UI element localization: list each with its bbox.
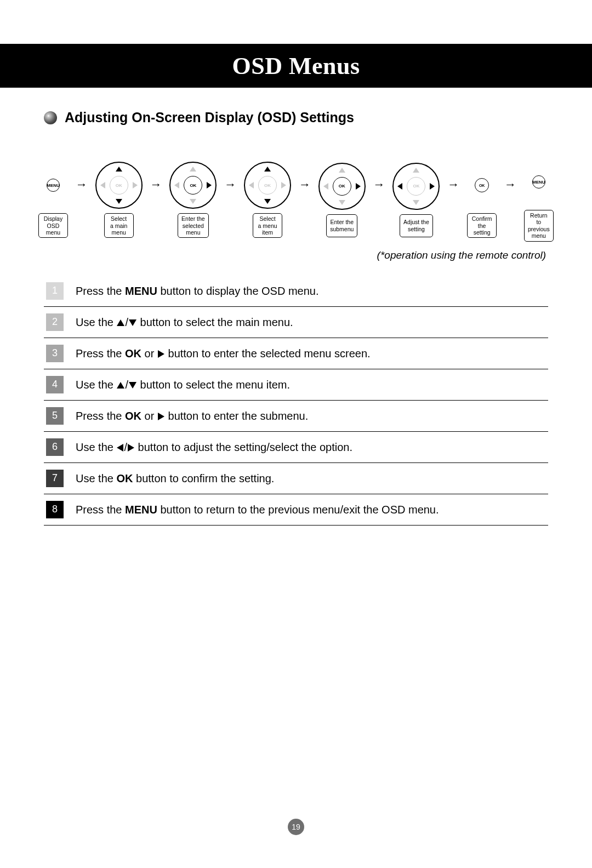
dpad-right-icon bbox=[356, 183, 361, 190]
dpad-left-icon bbox=[323, 183, 328, 190]
title-banner: OSD Menus bbox=[0, 44, 592, 88]
section-bullet-icon bbox=[44, 111, 57, 124]
flow-caption: Select a menu item bbox=[253, 213, 282, 238]
dpad-icon: OK bbox=[392, 163, 440, 210]
step-number: 2 bbox=[46, 313, 64, 331]
dpad-down-icon bbox=[413, 200, 419, 205]
step-text: Press the MENU button to return to the p… bbox=[76, 502, 439, 517]
dpad-up-icon bbox=[413, 168, 419, 173]
step-row: 8Press the MENU button to return to the … bbox=[44, 494, 548, 526]
dpad-icon: OK bbox=[95, 162, 143, 209]
step-text: Press the OK or button to enter the subm… bbox=[76, 409, 308, 423]
step-row: 7Use the OK button to confirm the settin… bbox=[44, 463, 548, 494]
flow-step: OKAdjust the setting bbox=[392, 163, 440, 237]
dpad-down-icon bbox=[190, 199, 196, 204]
step-text: Use the / button to select the main menu… bbox=[76, 315, 293, 329]
flow-arrow-icon: → bbox=[149, 179, 163, 191]
dpad-icon: OK bbox=[318, 163, 366, 210]
dpad-up-icon bbox=[264, 167, 271, 172]
section-heading: Adjusting On-Screen Display (OSD) Settin… bbox=[44, 110, 548, 125]
dpad-down-icon bbox=[339, 200, 345, 205]
dpad-up-icon bbox=[190, 167, 196, 172]
flow-arrow-icon: → bbox=[298, 179, 312, 191]
step-number: 6 bbox=[46, 438, 64, 456]
step-text: Use the / button to adjust the setting/s… bbox=[76, 440, 352, 454]
step-row: 2Use the / button to select the main men… bbox=[44, 307, 548, 338]
dpad-right-icon bbox=[281, 182, 286, 189]
flow-caption: Adjust the setting bbox=[400, 214, 433, 237]
page-title: OSD Menus bbox=[232, 52, 360, 80]
dpad-icon: OK bbox=[169, 162, 217, 209]
step-row: 6Use the / button to adjust the setting/… bbox=[44, 432, 548, 463]
step-number: 7 bbox=[46, 470, 64, 487]
step-row: 5Press the OK or button to enter the sub… bbox=[44, 401, 548, 432]
step-row: 1Press the MENU button to display the OS… bbox=[44, 276, 548, 307]
step-text: Press the OK or button to enter the sele… bbox=[76, 346, 371, 361]
menu-button-icon: MENU bbox=[532, 175, 545, 189]
dpad-left-icon bbox=[249, 182, 254, 189]
flow-diagram: MENUDisplay OSD menu→OKSelect a main men… bbox=[38, 158, 554, 242]
dpad-right-icon bbox=[207, 182, 212, 189]
flow-step: OKSelect a menu item bbox=[244, 162, 291, 238]
flow-step: MENUDisplay OSD menu bbox=[38, 162, 68, 238]
flow-step: OKEnter the selected menu bbox=[169, 162, 217, 238]
section-title: Adjusting On-Screen Display (OSD) Settin… bbox=[65, 110, 354, 125]
step-number: 1 bbox=[46, 282, 64, 300]
flow-arrow-icon: → bbox=[372, 179, 386, 191]
dpad-up-icon bbox=[339, 168, 345, 173]
step-number: 5 bbox=[46, 407, 64, 425]
dpad-down-icon bbox=[264, 199, 271, 204]
page: OSD Menus Adjusting On-Screen Display (O… bbox=[0, 0, 592, 868]
ok-button-icon: OK bbox=[475, 178, 489, 192]
flow-step: OKConfirm the setting bbox=[467, 162, 497, 238]
step-number: 8 bbox=[46, 501, 64, 518]
flow-caption: Select a main menu bbox=[104, 213, 134, 238]
dpad-left-icon bbox=[100, 182, 105, 189]
content-area: Adjusting On-Screen Display (OSD) Settin… bbox=[44, 110, 548, 526]
flow-caption: Enter the submenu bbox=[326, 214, 357, 237]
flow-arrow-icon: → bbox=[75, 179, 89, 191]
step-text: Press the MENU button to display the OSD… bbox=[76, 284, 319, 298]
dpad-left-icon bbox=[397, 183, 402, 190]
step-text: Use the / button to select the menu item… bbox=[76, 378, 290, 392]
menu-button-icon: MENU bbox=[47, 179, 60, 192]
flow-caption: Display OSD menu bbox=[38, 213, 68, 238]
step-text: Use the OK button to confirm the setting… bbox=[76, 471, 274, 486]
step-row: 4Use the / button to select the menu ite… bbox=[44, 369, 548, 401]
dpad-ok-icon: OK bbox=[333, 177, 351, 196]
dpad-right-icon bbox=[430, 183, 435, 190]
operation-note: (*operation using the remote control) bbox=[44, 249, 546, 261]
dpad-left-icon bbox=[174, 182, 179, 189]
dpad-ok-icon: OK bbox=[110, 176, 128, 195]
flow-arrow-icon: → bbox=[503, 179, 517, 191]
flow-step: OKSelect a main menu bbox=[95, 162, 143, 238]
dpad-up-icon bbox=[116, 167, 122, 172]
dpad-down-icon bbox=[116, 199, 122, 204]
flow-step: MENUReturn to previous menu bbox=[524, 158, 554, 242]
dpad-ok-icon: OK bbox=[184, 176, 202, 195]
steps-list: 1Press the MENU button to display the OS… bbox=[44, 276, 548, 526]
flow-caption: Confirm the setting bbox=[467, 213, 497, 238]
flow-step: OKEnter the submenu bbox=[318, 163, 366, 237]
page-number-badge: 19 bbox=[288, 819, 304, 835]
dpad-right-icon bbox=[133, 182, 138, 189]
flow-caption: Enter the selected menu bbox=[178, 213, 209, 238]
dpad-ok-icon: OK bbox=[258, 176, 277, 195]
step-row: 3Press the OK or button to enter the sel… bbox=[44, 338, 548, 369]
flow-arrow-icon: → bbox=[446, 179, 460, 191]
step-number: 3 bbox=[46, 345, 64, 362]
dpad-ok-icon: OK bbox=[407, 177, 425, 196]
flow-arrow-icon: → bbox=[223, 179, 237, 191]
dpad-icon: OK bbox=[244, 162, 291, 209]
flow-caption: Return to previous menu bbox=[524, 210, 554, 242]
step-number: 4 bbox=[46, 376, 64, 393]
